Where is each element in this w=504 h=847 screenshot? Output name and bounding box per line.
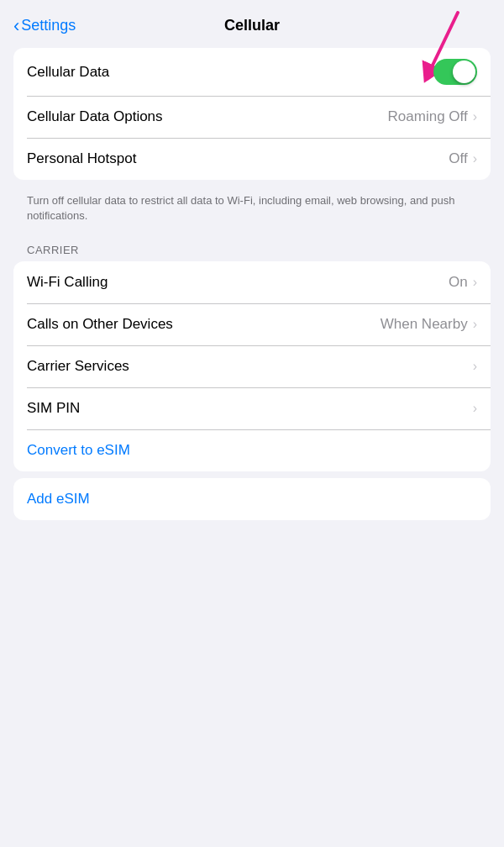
personal-hotspot-chevron-icon: › bbox=[473, 151, 477, 166]
carrier-section-header: CARRIER bbox=[13, 237, 491, 261]
navigation-bar: ‹ Settings Cellular bbox=[0, 0, 504, 48]
cellular-data-options-label: Cellular Data Options bbox=[27, 108, 163, 125]
calls-other-devices-row[interactable]: Calls on Other Devices When Nearby › bbox=[13, 303, 491, 345]
wifi-calling-chevron-icon: › bbox=[473, 275, 477, 290]
carrier-services-row[interactable]: Carrier Services › bbox=[13, 345, 491, 387]
wifi-calling-row[interactable]: Wi-Fi Calling On › bbox=[13, 261, 491, 303]
sim-pin-row[interactable]: SIM PIN › bbox=[13, 387, 491, 429]
add-esim-label: Add eSIM bbox=[27, 491, 90, 508]
wifi-calling-value: On bbox=[449, 274, 468, 291]
add-esim-row[interactable]: Add eSIM bbox=[13, 478, 491, 520]
personal-hotspot-value: Off bbox=[449, 150, 467, 167]
cellular-data-row[interactable]: Cellular Data bbox=[13, 48, 491, 96]
cellular-data-toggle[interactable] bbox=[433, 59, 477, 85]
carrier-services-chevron-icon: › bbox=[473, 359, 477, 374]
convert-esim-row[interactable]: Convert to eSIM bbox=[13, 429, 491, 471]
sim-pin-label: SIM PIN bbox=[27, 400, 80, 417]
calls-other-devices-label: Calls on Other Devices bbox=[27, 316, 173, 333]
calls-other-devices-value: When Nearby bbox=[381, 316, 468, 333]
calls-other-devices-chevron-icon: › bbox=[473, 317, 477, 332]
add-esim-card[interactable]: Add eSIM bbox=[13, 478, 491, 520]
cellular-data-options-row[interactable]: Cellular Data Options Roaming Off › bbox=[13, 96, 491, 138]
main-content: Cellular Data Cellular Data Options Roam… bbox=[0, 48, 504, 520]
cellular-data-card: Cellular Data Cellular Data Options Roam… bbox=[13, 48, 491, 180]
calls-other-devices-right: When Nearby › bbox=[381, 316, 477, 333]
carrier-services-right: › bbox=[471, 359, 477, 374]
convert-esim-label: Convert to eSIM bbox=[27, 442, 130, 459]
personal-hotspot-label: Personal Hotspot bbox=[27, 150, 136, 167]
carrier-services-label: Carrier Services bbox=[27, 358, 129, 375]
toggle-knob bbox=[453, 60, 475, 83]
cellular-data-label: Cellular Data bbox=[27, 64, 109, 81]
personal-hotspot-right: Off › bbox=[449, 150, 477, 167]
cellular-data-options-chevron-icon: › bbox=[473, 109, 477, 124]
wifi-calling-label: Wi-Fi Calling bbox=[27, 274, 108, 291]
carrier-card: Wi-Fi Calling On › Calls on Other Device… bbox=[13, 261, 491, 471]
sim-pin-chevron-icon: › bbox=[473, 401, 477, 416]
cellular-data-options-right: Roaming Off › bbox=[388, 108, 477, 125]
wifi-calling-right: On › bbox=[449, 274, 477, 291]
cellular-data-options-value: Roaming Off bbox=[388, 108, 468, 125]
back-button[interactable]: ‹ Settings bbox=[13, 17, 76, 35]
personal-hotspot-row[interactable]: Personal Hotspot Off › bbox=[13, 138, 491, 180]
page-title: Cellular bbox=[224, 17, 280, 34]
sim-pin-right: › bbox=[471, 401, 477, 416]
cellular-data-description: Turn off cellular data to restrict all d… bbox=[13, 187, 491, 237]
back-chevron-icon: ‹ bbox=[13, 17, 19, 35]
back-label: Settings bbox=[21, 17, 76, 34]
